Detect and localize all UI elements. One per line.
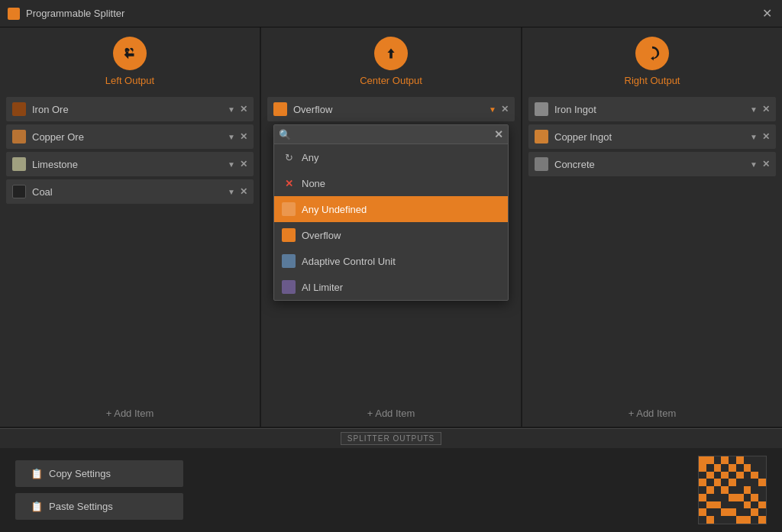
center-add-item-button[interactable]: + Add Item (261, 400, 521, 427)
title-bar-left: Programmable Splitter (8, 8, 124, 20)
right-items-list: Iron Ingot ▼ ✕ Copper Ingot ▼ ✕ Concrete… (522, 94, 782, 400)
item-name: Copper Ingot (554, 131, 750, 143)
title-bar: Programmable Splitter ✕ (0, 0, 782, 27)
preview-cell (736, 464, 744, 472)
paste-settings-button[interactable]: 📋 Paste Settings (15, 493, 183, 520)
preview-cell (751, 516, 758, 524)
list-item: Copper Ore ▼ ✕ (6, 124, 254, 149)
preview-cell (706, 464, 714, 472)
preview-cell (699, 486, 706, 494)
option-label: Al Limiter (302, 282, 343, 293)
preview-cell (721, 501, 729, 509)
coal-icon (12, 185, 26, 198)
item-dropdown-arrow[interactable]: ▼ (228, 133, 235, 141)
preview-cell (758, 501, 766, 509)
right-output-label: Right Output (625, 75, 680, 86)
preview-cell (699, 516, 706, 524)
preview-cell (744, 479, 751, 486)
item-dropdown-arrow[interactable]: ▼ (228, 188, 235, 196)
preview-cell (751, 508, 758, 516)
none-icon: ✕ (282, 176, 296, 190)
overflow-icon (273, 102, 287, 116)
preview-cell (714, 479, 722, 486)
item-dropdown-arrow[interactable]: ▼ (489, 105, 496, 114)
right-output-column: Right Output Iron Ingot ▼ ✕ Copper Ingot… (522, 27, 782, 427)
left-add-item-button[interactable]: + Add Item (0, 400, 260, 427)
item-remove-button[interactable]: ✕ (240, 131, 247, 142)
splitter-outputs-bar: SPLITTER OUTPUTS (0, 428, 782, 448)
preview-cell (706, 472, 714, 479)
right-add-item-button[interactable]: + Add Item (522, 400, 782, 427)
al-limiter-icon (282, 280, 296, 294)
dropdown-option-adaptive-control-unit[interactable]: Adaptive Control Unit (274, 248, 508, 274)
item-remove-button[interactable]: ✕ (240, 186, 247, 197)
list-item: Iron Ingot ▼ ✕ (528, 97, 776, 121)
preview-cell (721, 479, 729, 486)
preview-cell (751, 479, 758, 486)
preview-cell (744, 464, 751, 472)
preview-cell (744, 508, 751, 516)
left-items-list: Iron Ore ▼ ✕ Copper Ore ▼ ✕ Limestone ▼ … (0, 94, 260, 400)
preview-cell (758, 472, 766, 479)
item-remove-button[interactable]: ✕ (240, 159, 247, 169)
item-dropdown-arrow[interactable]: ▼ (750, 105, 758, 114)
preview-cell (699, 494, 706, 501)
item-remove-button[interactable]: ✕ (762, 131, 770, 142)
paste-icon: 📋 (31, 501, 43, 512)
list-item: Coal ▼ ✕ (6, 179, 254, 204)
item-name: Coal (32, 186, 228, 198)
item-dropdown-panel: 🔍 ✕ ↻ Any ✕ None (273, 124, 509, 301)
preview-cell (744, 516, 751, 524)
dropdown-close-button[interactable]: ✕ (494, 128, 503, 140)
dropdown-option-overflow[interactable]: Overflow (274, 222, 508, 248)
item-name: Overflow (293, 104, 489, 115)
item-dropdown-arrow[interactable]: ▼ (750, 133, 758, 141)
preview-cell (729, 472, 736, 479)
list-item: Copper Ingot ▼ ✕ (528, 124, 776, 149)
adaptive-control-unit-icon (282, 254, 296, 268)
preview-cell (736, 456, 744, 464)
preview-cell (721, 516, 729, 524)
dropdown-option-any-undefined[interactable]: Any Undefined (274, 196, 508, 222)
item-dropdown-arrow[interactable]: ▼ (228, 160, 235, 169)
item-remove-button[interactable]: ✕ (240, 104, 247, 114)
preview-cell (744, 472, 751, 479)
preview-cell (729, 501, 736, 509)
preview-cell (729, 494, 736, 501)
limestone-icon (12, 157, 26, 171)
main-content: Left Output Iron Ore ▼ ✕ Copper Ore ▼ ✕ (0, 27, 782, 448)
dropdown-option-al-limiter[interactable]: Al Limiter (274, 274, 508, 300)
window-title: Programmable Splitter (26, 8, 124, 19)
preview-cell (751, 472, 758, 479)
copy-settings-button[interactable]: 📋 Copy Settings (15, 460, 183, 487)
item-name: Iron Ore (32, 104, 228, 115)
app-icon (8, 8, 20, 20)
preview-cell (706, 456, 714, 464)
preview-cell (758, 464, 766, 472)
item-dropdown-arrow[interactable]: ▼ (750, 160, 758, 169)
item-remove-button[interactable]: ✕ (501, 104, 509, 114)
mini-preview (698, 456, 767, 524)
preview-cell (721, 464, 729, 472)
center-output-icon (374, 37, 408, 70)
preview-cell (736, 486, 744, 494)
preview-cell (706, 508, 714, 516)
preview-cell (751, 501, 758, 509)
dropdown-search-input[interactable] (294, 129, 494, 140)
overflow-option-icon (282, 228, 296, 242)
dropdown-option-none[interactable]: ✕ None (274, 170, 508, 196)
window-close-button[interactable]: ✕ (759, 6, 774, 21)
list-item: Limestone ▼ ✕ (6, 152, 254, 176)
item-dropdown-arrow[interactable]: ▼ (228, 105, 235, 114)
item-remove-button[interactable]: ✕ (762, 104, 770, 114)
preview-cell (758, 479, 766, 486)
left-output-column: Left Output Iron Ore ▼ ✕ Copper Ore ▼ ✕ (0, 27, 261, 427)
center-output-header: Center Output (261, 27, 521, 94)
preview-cell (699, 472, 706, 479)
option-label: Adaptive Control Unit (302, 256, 396, 267)
concrete-icon (535, 157, 548, 171)
item-remove-button[interactable]: ✕ (762, 159, 770, 169)
preview-cell (744, 486, 751, 494)
preview-cell (729, 464, 736, 472)
dropdown-option-any[interactable]: ↻ Any (274, 144, 508, 170)
